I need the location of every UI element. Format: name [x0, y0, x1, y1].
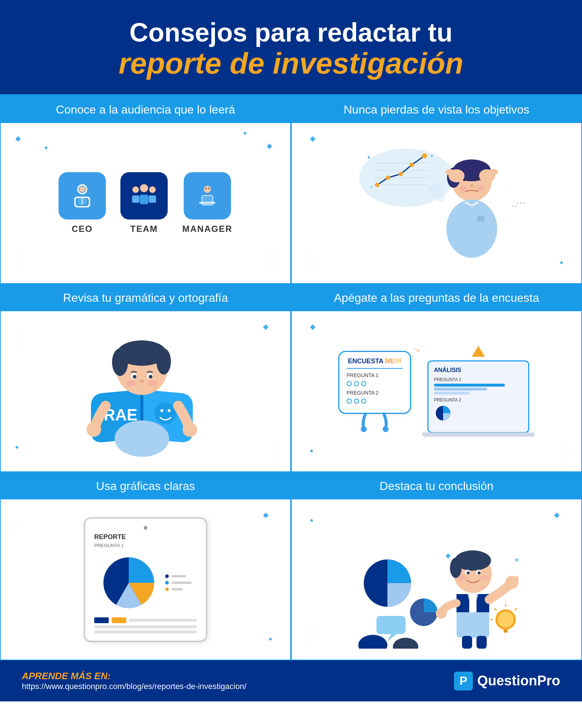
t-bar-gray-3 [94, 630, 197, 633]
svg-line-106 [494, 608, 497, 610]
robot-arms [360, 410, 389, 432]
svg-rect-77 [376, 616, 406, 634]
footer-learn-label: APRENDE MÁS EN: [22, 670, 247, 682]
legend-dot-3 [165, 587, 169, 591]
laptop-title: ANÁLISIS [434, 367, 523, 373]
t-bar-row-2 [94, 625, 197, 628]
logo-icon: P [454, 672, 473, 691]
svg-point-55 [168, 409, 171, 412]
cell-graphics-content: ◆ ◆ · · ·· · ·· · · REPORTE PREGUNTA 1 [1, 499, 290, 660]
svg-point-54 [160, 409, 163, 412]
svg-text:✦: ✦ [430, 154, 434, 159]
phone-dot-5 [354, 399, 359, 404]
content-grid: Conoce a la audiencia que lo leerá ◆ ◆ ◆… [0, 94, 582, 660]
svg-point-13 [204, 186, 211, 193]
deco-conc-2: ◆ [310, 518, 313, 523]
footer-url: https://www.questionpro.com/blog/es/repo… [22, 682, 247, 691]
deco-gram-1: ◆ [263, 322, 268, 331]
svg-rect-102 [503, 628, 508, 630]
audience-icons: CEO [59, 172, 232, 234]
svg-point-39 [470, 185, 474, 187]
cell-conclusion-content: ◆ ◆ · · ·· · ·· · · [292, 499, 581, 660]
svg-point-62 [156, 348, 171, 375]
svg-point-94 [467, 571, 470, 574]
legend-items [165, 574, 192, 591]
phone-q2: PREGUNTA 2 [347, 390, 403, 396]
phone-dot-4 [347, 399, 352, 404]
svg-text:◆: ◆ [515, 557, 518, 562]
legend-dot-1 [165, 574, 169, 578]
phone-area: → ENCUESTA ME!!! PREGUNTA 1 [338, 351, 411, 432]
svg-rect-12 [149, 195, 156, 203]
pie-area [94, 554, 197, 612]
deco-conc-1: ◆ [554, 510, 559, 519]
svg-point-30 [422, 153, 427, 158]
svg-point-99 [393, 638, 418, 649]
deco-surv-dots: · · ·· · ·· · · [563, 443, 570, 460]
phone-mock: ENCUESTA ME!!! PREGUNTA 1 PREGUNTA 2 [338, 351, 411, 414]
svg-line-105 [515, 608, 517, 610]
manager-svg [193, 181, 222, 210]
cell-objectives-content: ◆ ◆ · · ·· · ·· · · [292, 123, 581, 283]
svg-point-61 [112, 348, 128, 376]
svg-rect-49 [477, 216, 485, 222]
mini-pie-chart [434, 404, 452, 422]
tablet-bars [94, 617, 197, 633]
svg-point-66 [149, 375, 152, 379]
svg-text:✦: ✦ [370, 185, 373, 189]
svg-point-91 [450, 558, 462, 578]
cell-survey-header: Apégate a las preguntas de la encuesta [292, 285, 581, 311]
svg-point-56 [87, 422, 101, 437]
cell-conclusion: Destaca tu conclusión ◆ ◆ · · ·· · ·· · … [291, 472, 582, 660]
phone-title: ENCUESTA ME!!! [347, 357, 403, 369]
svg-point-97 [480, 575, 489, 581]
cell-audience: Conoce a la audiencia que lo leerá ◆ ◆ ◆… [0, 96, 291, 284]
phone-dot-2 [354, 381, 359, 386]
encuesta-container: → ENCUESTA ME!!! PREGUNTA 1 [299, 346, 574, 437]
footer-logo: P QuestionPro [454, 672, 560, 691]
footer-text-block: APRENDE MÁS EN: https://www.questionpro.… [22, 670, 247, 691]
deco-surv-1: ◆ [310, 322, 315, 331]
cell-objectives: Nunca pierdas de vista los objetivos ◆ ◆… [291, 96, 582, 284]
svg-point-40 [459, 186, 467, 191]
deco-obj-1: ◆ [310, 134, 315, 143]
tablet-title: REPORTE [94, 533, 197, 541]
laptop-bar-3 [434, 392, 470, 395]
laptop-section-1: PREGUNTA 1 [434, 377, 523, 395]
svg-point-26 [375, 183, 379, 187]
objectives-illustration: ✦ ✦ ✦ [348, 134, 512, 272]
cell-graphics: Usa gráficas claras ◆ ◆ · · ·· · ·· · · … [0, 472, 291, 660]
pie-chart [100, 554, 158, 612]
laptop-q2: PREGUNTA 2 [434, 397, 523, 403]
team-svg [128, 179, 160, 212]
triangle-icon [472, 346, 485, 357]
ceo-icon-box [59, 172, 106, 219]
ceo-label: CEO [72, 224, 93, 234]
svg-text:◆: ◆ [446, 552, 451, 559]
svg-point-9 [140, 184, 148, 192]
phone-dots-1 [347, 381, 403, 386]
t-bar-row-1 [94, 617, 197, 623]
svg-rect-103 [504, 630, 507, 633]
svg-point-18 [208, 188, 210, 189]
svg-point-11 [149, 186, 156, 193]
svg-point-67 [140, 380, 144, 383]
laptop-bar-1 [434, 384, 505, 387]
svg-point-57 [183, 422, 197, 437]
svg-point-21 [436, 193, 445, 202]
legend-item-3 [165, 587, 192, 591]
svg-point-28 [399, 172, 403, 176]
svg-point-69 [148, 380, 158, 387]
deco-conc-dots: · · ·· · ·· · · [306, 628, 313, 645]
svg-point-98 [358, 635, 387, 649]
svg-rect-87 [462, 636, 472, 649]
deco-gram-dots2: · · ·· · ·· · · [272, 443, 279, 460]
legend-line-1 [172, 575, 186, 577]
svg-point-71 [383, 426, 388, 432]
footer: APRENDE MÁS EN: https://www.questionpro.… [0, 660, 582, 701]
deco-dots-2: · · ·· · ·· · · [269, 251, 276, 269]
conclusion-illustration: ◆ ◆ [355, 510, 518, 649]
legend-line-2 [172, 582, 192, 584]
cell-audience-header: Conoce a la audiencia que lo leerá [1, 96, 290, 123]
header-line2: reporte de investigación [22, 47, 560, 80]
